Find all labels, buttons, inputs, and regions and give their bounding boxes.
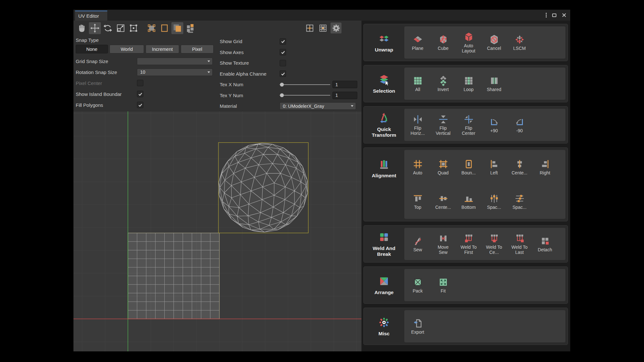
face-mode-button[interactable]: [171, 22, 183, 34]
unwrap-auto-layout-button[interactable]: Auto Layout: [456, 26, 481, 59]
arrange-fit-button[interactable]: Fit: [430, 269, 456, 301]
slider-knob[interactable]: [280, 93, 284, 97]
more-menu-icon[interactable]: [546, 14, 547, 16]
rotation-snap-size-dropdown[interactable]: 10: [137, 69, 213, 76]
arrange-pack-button[interactable]: Pack: [405, 269, 430, 301]
selection-all-button[interactable]: All: [405, 68, 430, 100]
group-label: Weld And Break: [366, 246, 402, 257]
tex-x-num-value-field[interactable]: 1: [332, 81, 357, 88]
quick-transform-90-button[interactable]: -90: [507, 109, 532, 141]
dropdown-value: 10: [140, 70, 145, 75]
selection-shared-button[interactable]: Shared: [481, 68, 507, 100]
transform-tool-button[interactable]: [128, 22, 139, 34]
uv-canvas[interactable]: [73, 111, 361, 351]
move-tool-button[interactable]: [89, 22, 101, 34]
grid-3x3-icon: [318, 23, 328, 33]
group-unwrap: UnwrapPlaneCubeAuto LayoutCancelLSCM: [363, 24, 568, 61]
settings-row-grid-snap-size: Grid Snap Size: [76, 56, 218, 67]
snap-option-world[interactable]: World: [110, 45, 144, 53]
show-grid-checkbox[interactable]: [280, 38, 286, 45]
alignment-cente-button[interactable]: Cente...: [430, 184, 456, 219]
align-center-h-icon: [514, 159, 525, 170]
alignment-auto-button[interactable]: Auto: [405, 150, 430, 184]
alignment-right-button[interactable]: Right: [532, 150, 558, 184]
material-dropdown[interactable]: 0: UModelerX_Gray: [280, 102, 356, 110]
tab-uv-editor[interactable]: UV Editor: [75, 11, 107, 21]
alignment-spac-button[interactable]: Spac...: [481, 184, 507, 219]
snap-option-increment[interactable]: Increment: [146, 45, 179, 53]
pan-tool-button[interactable]: [76, 22, 88, 34]
titlebar: UV Editor: [73, 10, 570, 21]
settings-toggle-button[interactable]: [331, 23, 341, 33]
settings-row-pixel-center: Pixel Center: [76, 78, 218, 88]
show-texture-checkbox[interactable]: [280, 60, 286, 66]
uv-grid-toggle-button[interactable]: [317, 23, 328, 33]
unwrap-cancel-button[interactable]: Cancel: [481, 26, 507, 59]
rotate-tool-button[interactable]: [102, 22, 114, 34]
scale-icon: [116, 23, 126, 33]
island-mode-button[interactable]: [184, 22, 196, 34]
selection-invert-button[interactable]: Invert: [430, 68, 456, 100]
alignment-boun-button[interactable]: Boun...: [456, 150, 481, 184]
tex-y-num-value-field[interactable]: 1: [332, 92, 357, 99]
unwrap-cube-button[interactable]: Cube: [430, 26, 456, 59]
show-island-boundar-checkbox[interactable]: [137, 91, 143, 97]
vertex-mode-button[interactable]: [146, 22, 158, 34]
alignment-top-button[interactable]: Top: [405, 184, 430, 219]
alignment-left-button[interactable]: Left: [481, 150, 507, 184]
button-label: Plane: [412, 46, 424, 51]
pixel-center-checkbox[interactable]: [137, 80, 143, 86]
slider-knob[interactable]: [280, 83, 284, 87]
quick-transform-flip-center-button[interactable]: Flip Center: [456, 109, 481, 141]
scale-tool-button[interactable]: [115, 22, 127, 34]
close-icon[interactable]: [562, 13, 566, 17]
button-label: Weld To First: [458, 245, 479, 255]
uv-editor-window: UV Editor Snap TypeNoneWorldIncrementPix…: [73, 10, 570, 351]
fill-polygons-checkbox[interactable]: [137, 102, 143, 108]
alignment-spac-button[interactable]: Spac...: [507, 184, 532, 219]
enable-alpha-channe-checkbox[interactable]: [280, 70, 286, 77]
weld-and-break-weld-to-ce-button[interactable]: Weld To Ce...: [481, 228, 507, 260]
group-label: Misc: [379, 331, 389, 337]
snap-option-none[interactable]: None: [76, 45, 108, 53]
maximize-icon[interactable]: [552, 14, 556, 17]
alignment-cente-button[interactable]: Cente...: [507, 150, 532, 184]
button-row: PackFit: [404, 269, 565, 301]
weld-and-break-sew-button[interactable]: Sew: [405, 228, 430, 260]
settings-row-tex-x-num: Tex X Num1: [220, 79, 360, 90]
group-selection: SelectionAllInvertLoopShared: [363, 65, 568, 102]
show-axes-checkbox[interactable]: [280, 49, 286, 55]
tex-x-num-slider[interactable]: [280, 82, 330, 88]
button-label: Quad: [437, 171, 448, 176]
autolayout-icon: [463, 32, 474, 42]
tex-y-num-slider[interactable]: [280, 92, 330, 98]
button-label: Invert: [437, 87, 449, 92]
grid-2x2-icon: [305, 23, 314, 33]
grid-snap-size-dropdown[interactable]: [137, 58, 213, 65]
button-label: Top: [414, 205, 421, 210]
button-label: Boun...: [461, 171, 476, 176]
snap-type-segmented: NoneWorldIncrementPixel: [76, 45, 218, 53]
misc-export-button[interactable]: Export: [405, 310, 430, 342]
quick-transform-flip-vertical-button[interactable]: Flip Vertical: [430, 109, 456, 141]
desktop-background: UV Editor Snap TypeNoneWorldIncrementPix…: [0, 0, 644, 362]
edge-mode-button[interactable]: [159, 22, 170, 34]
alignment-bottom-button[interactable]: Bottom: [456, 184, 481, 219]
group-weld-and-break: Weld And BreakSewMove SewWeld To FirstWe…: [363, 225, 568, 263]
unwrap-lscm-button[interactable]: LSCM: [507, 26, 532, 59]
uv-tile-toggle-button[interactable]: [304, 23, 315, 33]
quick-transform-flip-horiz-button[interactable]: Flip Horiz...: [405, 109, 430, 141]
alignment-quad-button[interactable]: Quad: [430, 150, 456, 184]
selection-loop-button[interactable]: Loop: [456, 68, 481, 100]
unwrap-plane-button[interactable]: Plane: [405, 26, 430, 59]
weld-and-break-detach-button[interactable]: Detach: [532, 228, 558, 260]
snap-option-pixel[interactable]: Pixel: [181, 45, 214, 53]
settings-right-column: Show GridShow AxesShow TextureEnable Alp…: [220, 36, 360, 112]
hand-icon: [77, 23, 87, 33]
weld-and-break-move-sew-button[interactable]: Move Sew: [430, 228, 456, 260]
space-v-icon: [514, 193, 525, 204]
button-row: AllInvertLoopShared: [404, 68, 565, 100]
weld-and-break-weld-to-last-button[interactable]: Weld To Last: [507, 228, 532, 260]
quick-transform-+90-button[interactable]: +90: [481, 109, 507, 141]
weld-and-break-weld-to-first-button[interactable]: Weld To First: [456, 228, 481, 260]
